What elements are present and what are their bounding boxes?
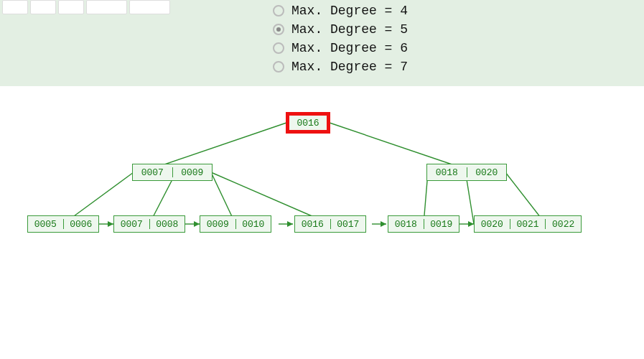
internal-node-n1: 00070009 bbox=[132, 164, 213, 181]
degree-option-label: Max. Degree = 4 bbox=[291, 4, 408, 18]
btree-diagram: 0016000700090018002000050006000700080009… bbox=[0, 86, 644, 359]
leaf-node-l5: 002000210022 bbox=[474, 215, 582, 233]
toolbar-button[interactable] bbox=[58, 0, 84, 14]
root-node: 0016 bbox=[286, 112, 330, 134]
degree-options: Max. Degree = 4Max. Degree = 5Max. Degre… bbox=[273, 1, 408, 76]
key-cell: 0018 bbox=[388, 216, 424, 232]
leaf-node-l0: 00050006 bbox=[27, 215, 99, 233]
key-cell: 0006 bbox=[64, 216, 99, 232]
key-cell: 0018 bbox=[427, 164, 467, 180]
key-cell: 0017 bbox=[331, 216, 366, 232]
key-cell: 0021 bbox=[510, 216, 546, 232]
degree-option-label: Max. Degree = 5 bbox=[291, 22, 408, 37]
radio-icon bbox=[273, 24, 284, 35]
degree-option-3[interactable]: Max. Degree = 7 bbox=[273, 57, 408, 76]
leaf-node-l2: 00090010 bbox=[200, 215, 271, 233]
key-cell: 0022 bbox=[546, 216, 581, 232]
control-bar: Max. Degree = 4Max. Degree = 5Max. Degre… bbox=[0, 0, 644, 86]
radio-icon bbox=[273, 42, 284, 54]
degree-option-0[interactable]: Max. Degree = 4 bbox=[273, 1, 408, 20]
key-cell: 0007 bbox=[114, 216, 149, 232]
key-cell: 0009 bbox=[200, 216, 235, 232]
degree-option-1[interactable]: Max. Degree = 5 bbox=[273, 20, 408, 39]
key-cell: 0008 bbox=[150, 216, 185, 232]
toolbar-button[interactable] bbox=[2, 0, 28, 14]
key-cell: 0007 bbox=[133, 164, 172, 180]
internal-node-n2: 00180020 bbox=[426, 164, 507, 181]
toolbar-button[interactable] bbox=[129, 0, 170, 14]
key-cell: 0016 bbox=[295, 216, 330, 232]
key-cell: 0020 bbox=[475, 216, 510, 232]
degree-option-2[interactable]: Max. Degree = 6 bbox=[273, 39, 408, 57]
toolbar-button[interactable] bbox=[30, 0, 56, 14]
key-cell: 0020 bbox=[467, 164, 507, 180]
leaf-node-l1: 00070008 bbox=[113, 215, 185, 233]
leaf-node-l4: 00180019 bbox=[388, 215, 459, 233]
radio-icon bbox=[273, 5, 284, 17]
radio-icon bbox=[273, 61, 284, 73]
svg-line-7 bbox=[467, 180, 474, 224]
app-frame: Max. Degree = 4Max. Degree = 5Max. Degre… bbox=[0, 0, 644, 359]
leaf-node-l3: 00160017 bbox=[294, 215, 366, 233]
key-cell: 0009 bbox=[173, 164, 213, 180]
key-cell: 0005 bbox=[28, 216, 63, 232]
degree-option-label: Max. Degree = 7 bbox=[291, 60, 408, 74]
key-cell: 0019 bbox=[424, 216, 459, 232]
key-cell: 0010 bbox=[236, 216, 271, 232]
key-cell: 0016 bbox=[289, 116, 327, 130]
toolbar-button[interactable] bbox=[86, 0, 127, 14]
degree-option-label: Max. Degree = 6 bbox=[291, 41, 408, 55]
